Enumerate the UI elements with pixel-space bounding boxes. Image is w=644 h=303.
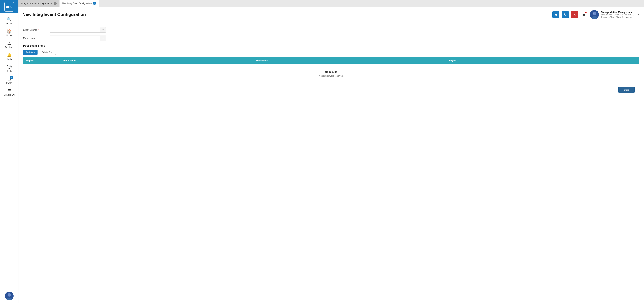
user-details: Transportation Manager test TMS.TRANSPOR… bbox=[601, 11, 635, 18]
sidebar-item-alerts[interactable]: 🔔 Alerts bbox=[0, 51, 18, 63]
header-right: ★ ↻ ✕ ☰ Transportation Manager test bbox=[552, 10, 640, 19]
page-title: New Integ Event Configuration bbox=[22, 12, 86, 17]
event-name-input[interactable] bbox=[50, 36, 100, 41]
table-header: Step No Action Name Event Name Targets bbox=[23, 57, 639, 64]
event-name-label: Event Name* bbox=[23, 37, 50, 40]
event-name-required: * bbox=[36, 37, 37, 40]
col-step-no: Step No bbox=[23, 57, 60, 64]
user-avatar bbox=[590, 10, 599, 19]
svg-point-1 bbox=[8, 293, 11, 297]
sidebar-item-chats[interactable]: 💬 Chats bbox=[0, 63, 18, 75]
user-email: CustomerATransMgr@CustomerA bbox=[601, 16, 635, 18]
menus-icon: ☰ bbox=[7, 89, 11, 93]
sidebar-label-problems: Problems bbox=[5, 46, 14, 49]
top-header: New Integ Event Configuration ★ ↻ ✕ ☰ bbox=[18, 7, 644, 22]
action-buttons: Add Step Delete Step bbox=[23, 50, 639, 55]
problems-icon: ⚠ bbox=[7, 41, 11, 45]
no-results-title: No results bbox=[325, 70, 337, 73]
content-area: Event Source* ▾ Event Name* ▾ Post Event… bbox=[18, 22, 644, 303]
tab1-label: Integration Event Configurations bbox=[21, 2, 52, 5]
close-button[interactable]: ✕ bbox=[571, 11, 578, 18]
col-action-name: Action Name bbox=[60, 57, 253, 64]
steps-table: Step No Action Name Event Name Targets N… bbox=[23, 57, 639, 84]
sidebar: one 🔍 Search 🏠 Home ⚠ Problems 🔔 Alerts … bbox=[0, 0, 18, 303]
user-name: Transportation Manager test bbox=[601, 11, 635, 14]
home-icon: 🏠 bbox=[7, 29, 12, 33]
sidebar-label-switch: Switch bbox=[6, 82, 12, 84]
tab2-close[interactable]: ✕ bbox=[93, 2, 96, 5]
alerts-icon: 🔔 bbox=[7, 53, 12, 57]
notification-badge bbox=[584, 12, 587, 14]
sidebar-item-switch[interactable]: ⊟ Switch bbox=[0, 75, 18, 87]
refresh-button[interactable]: ↻ bbox=[562, 11, 569, 18]
event-source-input[interactable] bbox=[50, 27, 100, 33]
sidebar-item-menus[interactable]: ☰ Menus/Favs bbox=[0, 87, 18, 98]
event-source-required: * bbox=[38, 29, 38, 31]
user-info[interactable]: Transportation Manager test TMS.TRANSPOR… bbox=[590, 10, 640, 19]
sidebar-nav: 🔍 Search 🏠 Home ⚠ Problems 🔔 Alerts 💬 Ch… bbox=[0, 14, 18, 291]
logo-box: one bbox=[4, 2, 14, 12]
sidebar-item-home[interactable]: 🏠 Home bbox=[0, 27, 18, 39]
sidebar-label-search: Search bbox=[6, 22, 12, 25]
delete-step-button[interactable]: Delete Step bbox=[39, 50, 56, 55]
col-event-name: Event Name bbox=[253, 57, 446, 64]
event-source-label: Event Source* bbox=[23, 29, 50, 31]
sidebar-item-search[interactable]: 🔍 Search bbox=[0, 15, 18, 27]
tab2-label: New Integ Event Configuration bbox=[62, 2, 92, 5]
event-name-row: Event Name* ▾ bbox=[23, 36, 639, 41]
event-name-dropdown-button[interactable]: ▾ bbox=[100, 36, 106, 41]
sidebar-label-chats: Chats bbox=[6, 70, 12, 72]
tab-bar: Integration Event Configurations ✕ New I… bbox=[18, 0, 644, 7]
sidebar-bottom bbox=[0, 291, 18, 303]
sidebar-user-avatar[interactable] bbox=[5, 291, 14, 300]
tab-integration-event-configurations[interactable]: Integration Event Configurations ✕ bbox=[18, 0, 60, 7]
footer-bar: Save bbox=[23, 84, 639, 93]
col-targets: Targets bbox=[446, 57, 639, 64]
sidebar-label-alerts: Alerts bbox=[6, 58, 12, 60]
tab-new-integ-event-configuration[interactable]: New Integ Event Configuration ✕ bbox=[60, 0, 99, 7]
tab1-close[interactable]: ✕ bbox=[54, 2, 57, 5]
add-step-button[interactable]: Add Step bbox=[23, 50, 38, 55]
favorite-button[interactable]: ★ bbox=[552, 11, 560, 18]
sidebar-item-problems[interactable]: ⚠ Problems bbox=[0, 39, 18, 51]
save-button[interactable]: Save bbox=[618, 87, 634, 93]
event-source-row: Event Source* ▾ bbox=[23, 27, 639, 33]
app-logo[interactable]: one bbox=[0, 0, 18, 14]
no-results-subtitle: No results were received. bbox=[319, 75, 344, 77]
no-results-area: No results No results were received. bbox=[23, 64, 639, 84]
post-event-steps-title: Post Event Steps bbox=[23, 44, 639, 47]
user-role: TMS.TRANSPORTATION_MANAGER bbox=[601, 14, 635, 16]
sidebar-label-home: Home bbox=[6, 34, 12, 37]
event-source-dropdown-button[interactable]: ▾ bbox=[100, 27, 106, 33]
search-icon: 🔍 bbox=[7, 18, 12, 22]
switch-badge bbox=[10, 76, 13, 79]
table-body: No results No results were received. bbox=[23, 64, 639, 84]
chats-icon: 💬 bbox=[7, 65, 12, 69]
user-dropdown-chevron[interactable]: ▼ bbox=[637, 13, 640, 16]
svg-point-6 bbox=[593, 13, 594, 14]
main-area: Integration Event Configurations ✕ New I… bbox=[18, 0, 644, 303]
notification-button[interactable]: ☰ bbox=[580, 11, 588, 18]
sidebar-label-menus: Menus/Favs bbox=[4, 94, 14, 96]
